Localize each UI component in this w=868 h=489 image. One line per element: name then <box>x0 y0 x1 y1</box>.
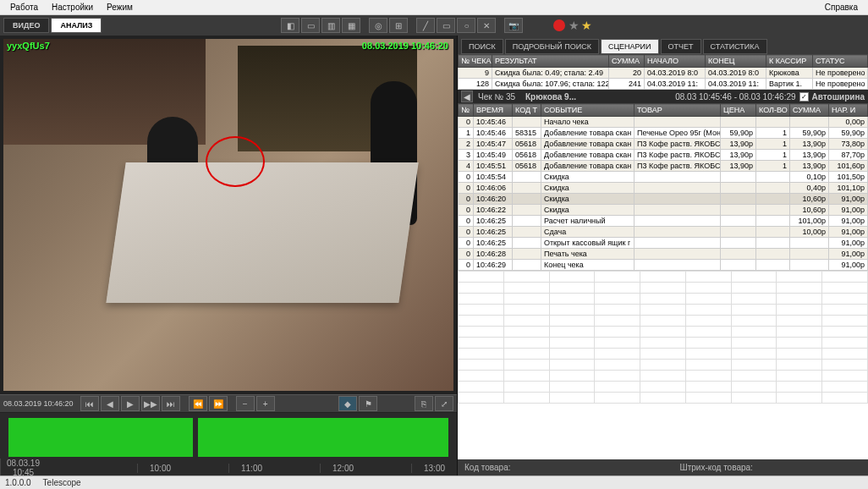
rtab-advsearch[interactable]: ПОДРОБНЫЙ ПОИСК <box>505 39 599 54</box>
rtab-report[interactable]: ОТЧЕТ <box>661 39 701 54</box>
t2-h-event[interactable]: СОБЫТИЕ <box>541 104 635 117</box>
table-row[interactable]: 210:45:4705618Добавление товара сканП3 К… <box>459 139 868 150</box>
tl-extra1[interactable]: ⎘ <box>415 396 433 411</box>
table-row[interactable]: 010:46:25Сдача10,00р91,00р <box>459 227 868 238</box>
cell: Печать чека <box>541 249 635 260</box>
tl-zoomout[interactable]: − <box>236 396 255 411</box>
record-indicator-icon <box>553 19 565 31</box>
t1-h-cashier[interactable]: К КАССИР <box>766 55 813 68</box>
table-row[interactable]: 010:46:22Скидка10,60р91,00р <box>459 205 868 216</box>
table-row[interactable]: 9Скидка была: 0.49; стала: 2.492004.03.2… <box>459 68 868 79</box>
check-infobar: ◀ Чек № 35 Крюкова 9... 08.03 10:45:46 -… <box>458 90 868 103</box>
cell <box>756 183 790 194</box>
table-row[interactable]: 010:46:28Печать чека91,00р <box>459 249 868 260</box>
cell: 04.03.2019 11: <box>706 79 766 90</box>
table-row[interactable]: 010:46:29Конец чека91,00р <box>459 260 868 271</box>
video-viewport[interactable]: yyxQfUs7 08.03.2019 10:46:20 <box>0 36 457 394</box>
tb-btn-2[interactable]: ▭ <box>301 18 320 33</box>
tl-marker-blue[interactable]: ◆ <box>338 396 357 411</box>
cell: 0 <box>459 205 474 216</box>
cell <box>635 260 721 271</box>
cell: Сдача <box>541 227 635 238</box>
cell: 04.03.2019 8:0 <box>645 68 706 79</box>
tb-snapshot[interactable]: 📷 <box>504 18 523 33</box>
t1-h-no[interactable]: № ЧЕКА <box>459 55 492 68</box>
menu-mode[interactable]: Режим <box>100 1 140 14</box>
menu-settings[interactable]: Настройки <box>45 1 100 14</box>
t2-h-time[interactable]: ВРЕМЯ <box>474 104 513 117</box>
cell: 04.03.2019 8:0 <box>706 68 766 79</box>
infobar-prev[interactable]: ◀ <box>461 91 473 102</box>
cell: 1 <box>756 161 790 172</box>
t2-h-no[interactable]: № <box>459 104 474 117</box>
cell: 10:46:29 <box>474 260 513 271</box>
table-row[interactable]: 010:46:25Открыт кассовый ящик г91,00р <box>459 238 868 249</box>
tb-btn-5[interactable]: ◎ <box>369 18 387 33</box>
events-table[interactable]: № ВРЕМЯ КОД Т СОБЫТИЕ ТОВАР ЦЕНА КОЛ-ВО … <box>458 103 868 271</box>
tb-btn-1[interactable]: ◧ <box>281 18 299 33</box>
rtab-search[interactable]: ПОИСК <box>461 39 503 54</box>
tl-zoomin[interactable]: + <box>256 396 275 411</box>
t2-h-sum[interactable]: СУММА <box>790 104 829 117</box>
tb-clear[interactable]: ✕ <box>477 18 496 33</box>
rtab-stats[interactable]: СТАТИСТИКА <box>703 39 767 54</box>
table-row[interactable]: 010:45:54Скидка0,10р101,50р <box>459 172 868 183</box>
cell <box>513 117 541 128</box>
tl-play[interactable]: ▶ <box>121 396 140 411</box>
tb-btn-3[interactable]: ▥ <box>321 18 340 33</box>
tb-btn-6[interactable]: ⊞ <box>389 18 408 33</box>
table-row[interactable]: 310:45:4905618Добавление товара сканП3 К… <box>459 150 868 161</box>
table-row[interactable]: 128Скидка была: 107.96; стала: 122.96241… <box>459 79 868 90</box>
t1-h-status[interactable]: СТАТУС <box>813 55 868 68</box>
autowidth-checkbox[interactable]: ✓ <box>799 92 809 102</box>
table-row[interactable]: 010:46:20Скидка10,60р91,00р <box>459 194 868 205</box>
star-gold-icon[interactable]: ★ <box>581 19 592 32</box>
table-row[interactable]: 010:46:25Расчет наличный101,00р91,00р <box>459 216 868 227</box>
t1-h-start[interactable]: НАЧАЛО <box>645 55 706 68</box>
t2-h-code[interactable]: КОД Т <box>513 104 541 117</box>
table-row[interactable]: 010:45:46Начало чека0,00р <box>459 117 868 128</box>
tab-analysis[interactable]: АНАЛИЗ <box>51 18 102 33</box>
cell: 13,90р <box>790 161 829 172</box>
t2-h-nar[interactable]: НАР. И <box>829 104 868 117</box>
tl-prevframe[interactable]: ⏪ <box>189 396 207 411</box>
cell <box>790 117 829 128</box>
t2-h-qty[interactable]: КОЛ-ВО <box>756 104 790 117</box>
cell: 0 <box>459 117 474 128</box>
tl-marker-flag[interactable]: ⚑ <box>359 396 377 411</box>
tl-extra2[interactable]: ⤢ <box>435 396 453 411</box>
menu-work[interactable]: Работа <box>3 1 45 14</box>
tb-drawline[interactable]: ╱ <box>416 18 435 33</box>
tl-nextframe[interactable]: ⏩ <box>209 396 228 411</box>
tl-next[interactable]: ▶▶ <box>141 396 160 411</box>
tab-video[interactable]: ВИДЕО <box>3 18 49 33</box>
cell <box>513 194 541 205</box>
t1-h-result[interactable]: РЕЗУЛЬТАТ <box>492 55 609 68</box>
cell: 0 <box>459 172 474 183</box>
star-grey-icon[interactable]: ★ <box>569 19 580 32</box>
cell: 241 <box>609 79 645 90</box>
tb-drawrect[interactable]: ▭ <box>437 18 455 33</box>
t1-h-end[interactable]: КОНЕЦ <box>706 55 766 68</box>
cell: 10:46:25 <box>474 227 513 238</box>
tb-btn-4[interactable]: ▦ <box>342 18 360 33</box>
tb-drawcircle[interactable]: ○ <box>457 18 475 33</box>
tl-first[interactable]: ⏮ <box>80 396 99 411</box>
tl-last[interactable]: ⏭ <box>162 396 180 411</box>
cell: 0 <box>459 249 474 260</box>
t2-h-product[interactable]: ТОВАР <box>635 104 721 117</box>
menu-help[interactable]: Справка <box>818 1 865 14</box>
t1-h-sum[interactable]: СУММА <box>609 55 645 68</box>
t2-h-price[interactable]: ЦЕНА <box>721 104 756 117</box>
table-row[interactable]: 410:45:5105618Добавление товара сканП3 К… <box>459 161 868 172</box>
rtab-scenarios[interactable]: СЦЕНАРИИ <box>601 39 659 54</box>
checks-table[interactable]: № ЧЕКА РЕЗУЛЬТАТ СУММА НАЧАЛО КОНЕЦ К КА… <box>458 54 868 90</box>
cell: 0 <box>459 238 474 249</box>
cell: П3 Кофе раств. ЯКОБС Классик <box>635 139 721 150</box>
cell <box>635 205 721 216</box>
timeline-track[interactable]: 08.03.19 10:4510:0011:0012:0013:00 <box>0 413 457 475</box>
tl-prev[interactable]: ◀ <box>101 396 119 411</box>
table-row[interactable]: 110:45:4658315Добавление товара сканПече… <box>459 128 868 139</box>
table-row[interactable]: 010:46:06Скидка0,40р101,10р <box>459 183 868 194</box>
cell <box>635 216 721 227</box>
